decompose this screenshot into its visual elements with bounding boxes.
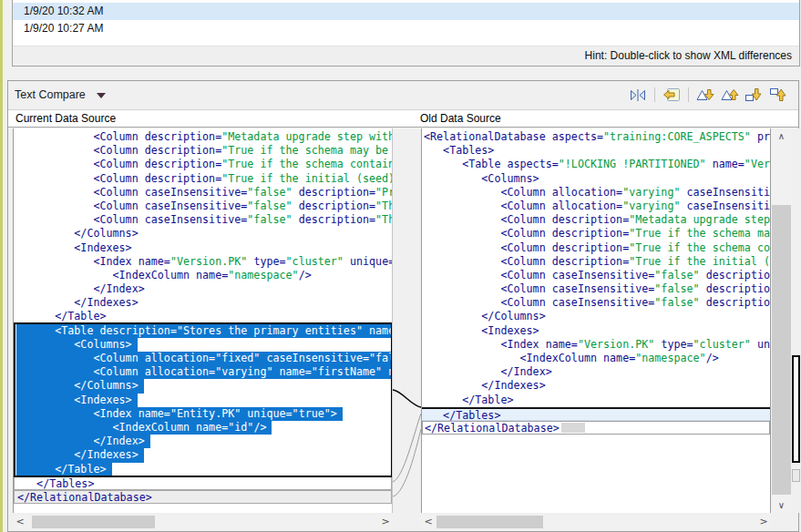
scroll-left-button[interactable]: < bbox=[421, 515, 436, 529]
window-accent-strip bbox=[0, 0, 3, 532]
code-line[interactable]: <Columns> bbox=[424, 172, 770, 186]
code-line[interactable]: </Tables> bbox=[422, 407, 770, 421]
toolbar-separator bbox=[654, 87, 655, 102]
code-line[interactable]: <Column caseInsensitive="false" descript… bbox=[424, 296, 770, 310]
scrollbar-corner bbox=[771, 515, 798, 529]
code-line[interactable]: <Column caseInsensitive="false" descript… bbox=[424, 269, 770, 282]
compare-panel: Text Compare bbox=[7, 80, 799, 532]
code-line[interactable]: <Index name="Version.PK" type="cluster" … bbox=[16, 255, 392, 269]
code-line[interactable]: </Index> bbox=[16, 282, 392, 296]
previous-change-icon[interactable] bbox=[769, 87, 789, 102]
code-line[interactable]: </Indexes> bbox=[16, 448, 392, 462]
scroll-down-button[interactable]: ∨ bbox=[771, 497, 792, 513]
vertical-scrollbar-thumb[interactable] bbox=[772, 205, 791, 495]
code-line[interactable]: <Tables> bbox=[424, 144, 770, 158]
code-line[interactable]: <Column description="True if the schema … bbox=[424, 227, 770, 240]
scroll-up-button[interactable]: ∧ bbox=[771, 128, 792, 144]
scroll-right-button[interactable]: > bbox=[756, 515, 771, 529]
code-line[interactable]: <IndexColumn name="namespace"/> bbox=[424, 352, 770, 365]
code-line[interactable]: <IndexColumn name="id"/> bbox=[16, 421, 392, 435]
toolbar-icon-group bbox=[628, 87, 789, 102]
code-line[interactable]: <Column description="Metadata upgrade st… bbox=[16, 130, 392, 144]
code-line[interactable]: <Columns> bbox=[16, 338, 392, 352]
code-line[interactable]: </Columns> bbox=[16, 227, 392, 240]
history-row[interactable]: 1/9/20 10:32 AM bbox=[13, 3, 799, 20]
code-line[interactable]: <Table description="Stores the primary e… bbox=[16, 324, 392, 338]
code-line[interactable]: </Columns> bbox=[424, 310, 770, 323]
pane-header-row: Current Data Source Old Data Source bbox=[8, 110, 798, 128]
code-line[interactable]: <IndexColumn name="namespace"/> bbox=[16, 269, 392, 282]
compare-mode-dropdown[interactable]: Text Compare bbox=[15, 88, 106, 101]
scroll-right-button[interactable]: > bbox=[378, 515, 393, 529]
code-line[interactable]: </Indexes> bbox=[424, 379, 770, 393]
code-line[interactable]: <RelationalDatabase aspects="training:CO… bbox=[424, 130, 770, 144]
code-line[interactable]: <Table aspects="!LOCKING !PARTITIONED" n… bbox=[424, 158, 770, 171]
chevron-down-icon bbox=[97, 93, 106, 98]
code-line[interactable]: <Column allocation="varying" caseInsensi… bbox=[424, 186, 770, 200]
diff-overview-ruler bbox=[792, 128, 800, 513]
code-line[interactable]: <Column description="Metadata upgrade st… bbox=[424, 213, 770, 227]
swap-left-and-right-icon[interactable] bbox=[628, 87, 648, 102]
code-line[interactable]: </Index> bbox=[424, 365, 770, 379]
code-line[interactable]: <Index name="Version.PK" type="cluster" … bbox=[424, 338, 770, 352]
code-line[interactable]: </Index> bbox=[16, 435, 392, 448]
code-line[interactable]: <Indexes> bbox=[424, 324, 770, 338]
code-line[interactable]: </Table> bbox=[424, 394, 770, 407]
right-horizontal-scrollbar[interactable]: < > bbox=[421, 515, 771, 529]
history-panel: 1/9/20 10:32 AM 1/9/20 10:27 AM Hint: Do… bbox=[12, 0, 800, 66]
scroll-left-button[interactable]: < bbox=[13, 515, 27, 529]
code-line[interactable]: </Table> bbox=[16, 463, 392, 476]
code-line[interactable]: </Table> bbox=[16, 310, 392, 323]
code-line[interactable]: <Column description="True if the initial… bbox=[16, 172, 392, 186]
code-line[interactable]: <Column caseInsensitive="false" descript… bbox=[16, 200, 392, 213]
code-line[interactable]: <Column description="True if the initial… bbox=[424, 255, 770, 269]
next-difference-icon[interactable] bbox=[695, 87, 715, 102]
compare-toolbar: Text Compare bbox=[8, 81, 798, 110]
previous-difference-icon[interactable] bbox=[720, 87, 740, 102]
diff-range-marker-small[interactable] bbox=[792, 469, 800, 482]
code-line[interactable]: </Tables> bbox=[14, 476, 392, 490]
history-list: 1/9/20 10:32 AM 1/9/20 10:27 AM bbox=[13, 0, 799, 37]
code-line[interactable]: <Index name="Entity.PK" unique="true"> bbox=[16, 407, 392, 421]
left-code-pane[interactable]: <Column description="Metadata upgrade st… bbox=[13, 128, 393, 513]
left-horizontal-scrollbar[interactable]: < > bbox=[13, 515, 393, 529]
code-line[interactable]: <Column caseInsensitive="false" descript… bbox=[16, 186, 392, 200]
code-line[interactable]: <Column allocation="varying" caseInsensi… bbox=[424, 200, 770, 213]
history-row[interactable]: 1/9/20 10:27 AM bbox=[13, 20, 799, 37]
code-line[interactable]: <Column allocation="varying" name="first… bbox=[16, 365, 392, 379]
next-change-icon[interactable] bbox=[745, 87, 765, 102]
code-line[interactable]: </RelationalDatabase> bbox=[14, 490, 392, 504]
diff-range-marker[interactable] bbox=[792, 355, 800, 463]
code-line[interactable]: </Indexes> bbox=[16, 296, 392, 310]
compare-editor-window: 1/9/20 10:32 AM 1/9/20 10:27 AM Hint: Do… bbox=[0, 0, 801, 532]
code-line[interactable]: <Column description="True if the schema … bbox=[16, 144, 392, 158]
right-code-pane[interactable]: <RelationalDatabase aspects="training:CO… bbox=[421, 128, 771, 513]
code-line[interactable]: <Column caseInsensitive="false" descript… bbox=[16, 213, 392, 227]
vertical-scrollbar[interactable]: ∧ ∨ bbox=[771, 128, 792, 513]
diff-connector-canvas bbox=[393, 128, 421, 513]
code-line[interactable]: <Indexes> bbox=[16, 394, 392, 407]
toolbar-separator bbox=[688, 87, 689, 102]
code-line[interactable]: <Column description="True if the schema … bbox=[16, 158, 392, 171]
horizontal-scrollbar-thumb[interactable] bbox=[32, 516, 155, 528]
code-line[interactable]: </Columns> bbox=[16, 379, 392, 393]
copy-all-from-right-to-left-icon[interactable] bbox=[662, 87, 682, 102]
code-line[interactable]: </RelationalDatabase> bbox=[422, 421, 770, 435]
code-line[interactable]: <Indexes> bbox=[16, 241, 392, 255]
hint-bar: Hint: Double-click to show XML differenc… bbox=[13, 46, 799, 66]
left-pane-title: Current Data Source bbox=[15, 112, 116, 125]
compare-mode-label: Text Compare bbox=[15, 88, 86, 101]
code-line[interactable]: <Column caseInsensitive="false" descript… bbox=[424, 282, 770, 296]
code-line[interactable]: <Column allocation="fixed" caseInsensiti… bbox=[16, 352, 392, 365]
right-pane-title: Old Data Source bbox=[420, 112, 501, 125]
horizontal-scrollbar-thumb[interactable] bbox=[436, 516, 543, 528]
code-line[interactable]: <Column description="True if the schema … bbox=[424, 241, 770, 255]
